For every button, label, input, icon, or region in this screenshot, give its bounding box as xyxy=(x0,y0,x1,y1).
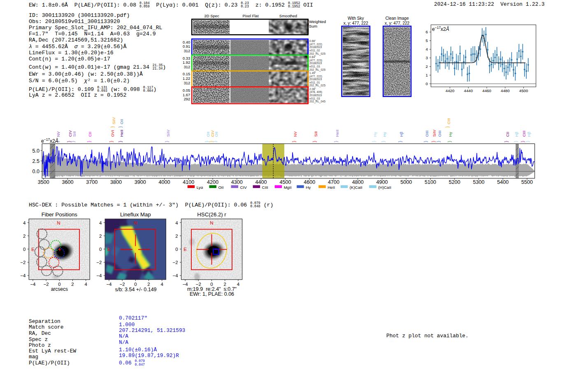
svg-text:Hγ: Hγ xyxy=(448,132,453,137)
svg-text:Hγ: Hγ xyxy=(382,132,387,137)
svg-text:{: { xyxy=(118,126,123,128)
svg-text:CIII: CIII xyxy=(522,131,526,137)
svg-text:{: { xyxy=(118,141,123,143)
svg-text:NV: NV xyxy=(56,131,60,137)
svg-text:OIII: OIII xyxy=(425,130,429,137)
svg-text:{: { xyxy=(432,141,436,143)
svg-text:{: { xyxy=(381,141,386,143)
svg-text:{: { xyxy=(313,141,317,143)
svg-text:SiIV: SiIV xyxy=(111,117,116,124)
svg-text:OII: OII xyxy=(206,132,210,137)
svg-text:N: N xyxy=(134,220,137,225)
svg-text:Hγ: Hγ xyxy=(373,132,377,137)
svg-text:E: E xyxy=(107,247,111,252)
svg-text:NV: NV xyxy=(293,131,297,137)
svg-text:{: { xyxy=(526,141,530,143)
svg-text:SiIV: SiIV xyxy=(432,129,437,137)
svg-text:SiII: SiII xyxy=(314,131,318,137)
svg-text:{: { xyxy=(87,141,92,143)
svg-text:{: { xyxy=(446,126,450,128)
svg-text:{: { xyxy=(334,141,339,143)
svg-text:{: { xyxy=(71,141,76,143)
svg-text:HeII: HeII xyxy=(335,130,339,137)
svg-text:{: { xyxy=(205,141,209,143)
svg-text:{: { xyxy=(111,126,115,128)
svg-text:SiII: SiII xyxy=(72,131,77,137)
svg-text:E: E xyxy=(31,247,35,252)
svg-text:{: { xyxy=(165,141,170,143)
svg-text:{: { xyxy=(398,141,403,143)
svg-text:{: { xyxy=(514,141,518,143)
svg-text:OII: OII xyxy=(214,132,218,137)
svg-text:{: { xyxy=(424,141,428,143)
svg-text:E: E xyxy=(183,247,187,252)
svg-text:{: { xyxy=(448,141,452,143)
svg-text:{: { xyxy=(437,141,441,143)
svg-text:{: { xyxy=(504,141,509,143)
svg-text:OIII: OIII xyxy=(437,130,442,137)
svg-text:CIII: CIII xyxy=(446,118,451,124)
svg-text:Hβ: Hβ xyxy=(399,132,404,137)
svg-text:Hβ: Hβ xyxy=(514,132,519,137)
svg-text:{: { xyxy=(521,141,525,143)
svg-text:HeII: HeII xyxy=(119,130,124,137)
svg-text:OII: OII xyxy=(119,119,124,124)
svg-text:N: N xyxy=(210,220,213,225)
svg-text:{: { xyxy=(292,141,297,143)
svg-text:OVI: OVI xyxy=(110,130,115,137)
svg-text:{: { xyxy=(109,141,114,143)
svg-text:{: { xyxy=(213,141,218,143)
svg-text:CII: CII xyxy=(88,132,92,137)
svg-text:N: N xyxy=(57,220,60,225)
svg-text:CII: CII xyxy=(505,132,510,137)
svg-text:{: { xyxy=(67,141,72,143)
svg-text:{: { xyxy=(372,141,376,143)
svg-text:Hβ: Hβ xyxy=(527,132,531,137)
svg-text:SiIV: SiIV xyxy=(166,129,170,137)
